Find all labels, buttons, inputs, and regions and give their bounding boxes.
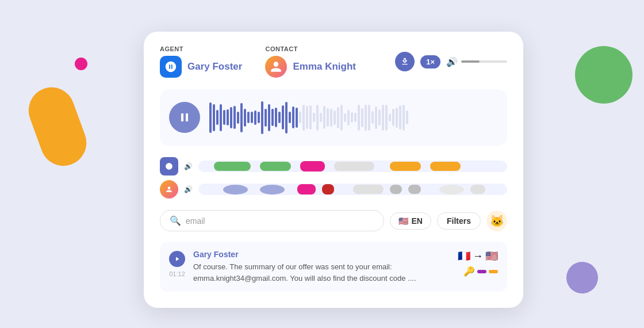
contact-avatar [265,56,287,78]
lang-label: EN [412,216,423,226]
waveform-bar [354,113,356,122]
waveform-bar [361,108,363,127]
waveform-bar [233,106,236,129]
message-timestamp: 01:12 [169,270,185,277]
agent-track-line [198,161,507,172]
svg-rect-1 [186,113,188,121]
flag-icon: 🇺🇸 [398,216,408,226]
waveform-bar [278,112,281,123]
waveform-bar [302,105,305,131]
waveform-bar [296,108,298,128]
agent-info: Gary Foster [160,56,242,78]
waveform-bar [258,112,260,123]
waveform-bar [382,105,384,131]
agent-avatar [160,56,182,78]
waveform-bar [220,104,222,131]
waveform-bar [320,113,322,122]
waveform-bar [209,102,212,133]
waveform-bar [365,105,367,131]
waveform-bar [223,110,225,125]
waveform-bar [237,112,239,124]
message-sender: Gary Foster [193,250,450,259]
search-icon: 🔍 [170,215,181,226]
waveform-bar [216,110,218,125]
waveform-bar [334,110,336,125]
contact-track-row: 🔊 [160,180,507,199]
waveform-bar [285,102,288,134]
waveform-bar [371,111,374,124]
contact-info: Emma Knight [265,56,356,78]
message-card: 01:12 Gary Foster Of course. The summary… [160,242,507,292]
waveform-bar [323,106,325,129]
contact-track-sound: 🔊 [184,185,193,193]
waveform-bar [213,104,215,131]
waveform[interactable] [209,97,498,138]
timeline-section: 🔊 🔊 [160,157,507,199]
waveform-bar [264,109,267,127]
waveform-bar [396,108,398,128]
waveform-bar [316,105,319,131]
waveform-bar [368,105,370,131]
svg-rect-0 [181,113,183,121]
badge-orange [489,270,498,273]
filters-button[interactable]: Filters [437,212,481,230]
agent-label: AGENT [160,45,242,52]
translate-flags: 🇫🇷 → 🇺🇸 [458,250,498,262]
badge-row: 🔑 [463,266,498,277]
waveform-bar [340,105,343,131]
waveform-bar [299,112,301,123]
volume-bar[interactable] [461,60,507,63]
header-row: AGENT Gary Foster CONTACT Emma Knight [160,45,507,78]
download-button[interactable] [395,52,415,71]
key-icon: 🔑 [463,266,475,277]
search-row: 🔍 email 🇺🇸 EN Filters 🐱 [160,210,507,231]
waveform-bar [289,112,291,123]
message-content: Gary Foster Of course. The summary of ou… [193,250,450,284]
waveform-bar [337,107,339,128]
waveform-bar [230,107,232,128]
bg-purple-circle [566,262,598,293]
agent-name: Gary Foster [187,61,242,73]
play-pause-button[interactable] [169,102,200,133]
waveform-bar [268,104,270,131]
waveform-bar [240,103,243,132]
search-box[interactable]: 🔍 email [160,210,384,231]
waveform-bar [271,109,274,126]
agent-track-row: 🔊 [160,157,507,176]
waveform-bar [227,109,229,125]
waveform-bar [282,105,284,129]
emoji-button[interactable]: 🐱 [486,211,507,231]
waveform-bar [351,112,353,123]
message-text: Of course. The summary of our offer was … [193,261,450,284]
waveform-bar [261,101,263,134]
bg-green-circle [575,46,632,104]
waveform-bar [406,110,408,124]
waveform-bar [313,113,315,122]
waveform-bar [358,105,360,131]
to-flag: 🇺🇸 [485,250,498,262]
waveform-bar [378,109,381,125]
main-card: AGENT Gary Foster CONTACT Emma Knight [144,32,523,308]
controls-right: 1× 🔊 [395,52,507,71]
speed-button[interactable]: 1× [420,55,440,68]
contact-track-avatar [160,180,178,199]
waveform-bar [389,114,391,121]
agent-track-avatar [160,157,178,176]
search-input[interactable]: email [186,216,205,226]
arrow-icon: → [473,250,483,262]
waveform-bar [327,108,329,127]
waveform-bar [347,110,350,125]
message-play-button[interactable] [169,251,185,267]
contact-name: Emma Knight [293,61,356,73]
language-button[interactable]: 🇺🇸 EN [390,212,431,230]
waveform-bar [306,106,308,129]
contact-track-line [198,184,507,195]
waveform-bar [344,113,346,122]
agent-section: AGENT Gary Foster [160,45,242,78]
waveform-bar [392,109,394,126]
bg-orange-shape [22,81,93,173]
waveform-bar [247,112,250,123]
volume-fill [461,60,480,63]
bg-pink-dot [75,58,87,70]
waveform-bar [330,109,332,127]
